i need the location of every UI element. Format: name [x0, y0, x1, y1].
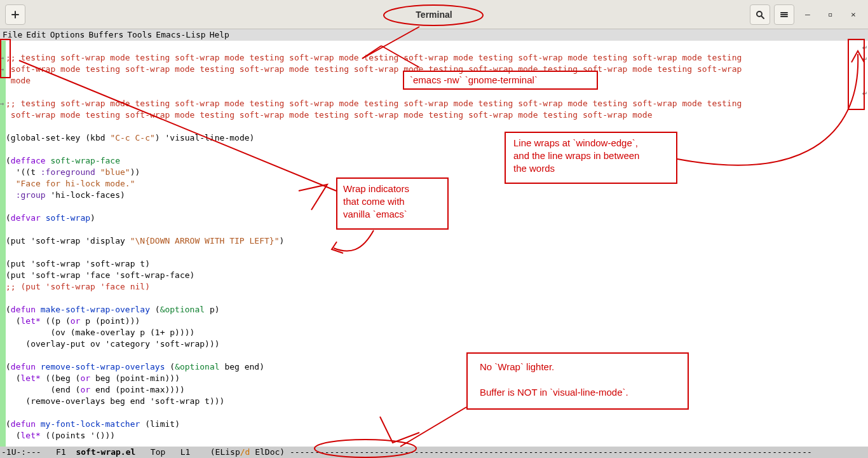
menu-emacs-lisp[interactable]: Emacs-Lisp [156, 29, 209, 41]
code-line: soft-wrap mode testing soft-wrap mode te… [6, 110, 652, 120]
code-line: (defun my-font-lock-matcher (limit) [6, 419, 180, 429]
code-line: ;; testing soft-wrap mode testing soft-w… [6, 53, 742, 62]
code-line: (put 'soft-wrap 'soft-wrap t) [6, 259, 150, 268]
wrap-indicator-icon: ↵ [862, 87, 867, 98]
code-line: (defface soft-wrap-face [6, 156, 120, 165]
wrap-continuation-icon: → [0, 64, 4, 75]
code-line: (remove-overlays beg end 'soft-wrap t))) [6, 396, 224, 406]
minimize-button[interactable]: — [798, 5, 817, 24]
code-line: soft-wrap mode testing soft-wrap mode te… [6, 64, 742, 74]
code-line: (let* ((points '())) [6, 431, 115, 440]
code-line: '((t :foreground "blue")) [6, 167, 140, 177]
emacs-modeline: -1U-:--- F1 soft-wrap.el Top L1 (ELisp/d… [0, 447, 868, 458]
menu-edit[interactable]: Edit [26, 29, 50, 41]
code-line: mode [6, 76, 31, 85]
wrap-continuation-icon: → [0, 98, 4, 109]
menu-options[interactable]: Options [50, 29, 89, 41]
window-title: Terminal [0, 10, 868, 20]
search-icon [756, 10, 764, 19]
code-line: (overlay-put ov 'category 'soft-wrap))) [6, 339, 220, 349]
wrap-continuation-icon: → [0, 52, 4, 64]
code-line: ;; (put 'soft-wrap 'face nil) [6, 282, 150, 291]
window-titlebar: Terminal — ▫ × [0, 0, 868, 29]
code-line: :group 'hi-lock-faces) [6, 190, 125, 200]
code-line: (defun make-soft-wrap-overlay (&optional… [6, 305, 220, 314]
emacs-buffer[interactable]: ;; testing soft-wrap mode testing soft-w… [0, 41, 868, 447]
code-line: "Face for hi-lock mode." [6, 179, 135, 188]
maximize-button[interactable]: ▫ [821, 5, 840, 24]
code-line: (put 'soft-wrap 'display "\N{DOWN ARROW … [6, 236, 284, 246]
menu-buffers[interactable]: Buffers [88, 29, 127, 41]
new-tab-button[interactable] [5, 4, 25, 25]
code-line: (global-set-key (kbd "C-c C-c") 'visual-… [6, 133, 254, 142]
code-line: (let* ((beg (or beg (point-min))) [6, 373, 180, 383]
code-line: (defun remove-soft-wrap-overlays (&optio… [6, 362, 264, 371]
menu-tools[interactable]: Tools [127, 29, 156, 41]
plus-icon [11, 10, 20, 19]
wrap-indicator-icon: ↵ [862, 52, 867, 64]
emacs-frame: File Edit Options Buffers Tools Emacs-Li… [0, 29, 868, 458]
code-line: (end (or end (point-max)))) [6, 385, 185, 394]
close-button[interactable]: × [844, 5, 863, 24]
code-line: (put 'soft-wrap 'face 'soft-wrap-face) [6, 270, 194, 280]
wrap-indicator-icon: ↵ [862, 41, 867, 52]
hamburger-icon [780, 10, 789, 19]
menu-file[interactable]: File [3, 29, 26, 41]
code-line: (defvar soft-wrap) [6, 213, 95, 223]
menu-button[interactable] [774, 4, 794, 25]
menu-help[interactable]: Help [210, 29, 233, 41]
emacs-menubar[interactable]: File Edit Options Buffers Tools Emacs-Li… [0, 29, 868, 41]
buffer-text[interactable]: ;; testing soft-wrap mode testing soft-w… [6, 41, 868, 447]
code-line: (ov (make-overlay p (1+ p)))) [6, 328, 194, 337]
code-line: (let* ((p (or p (point))) [6, 316, 140, 326]
code-line: ;; testing soft-wrap mode testing soft-w… [6, 99, 742, 108]
search-button[interactable] [750, 4, 770, 25]
